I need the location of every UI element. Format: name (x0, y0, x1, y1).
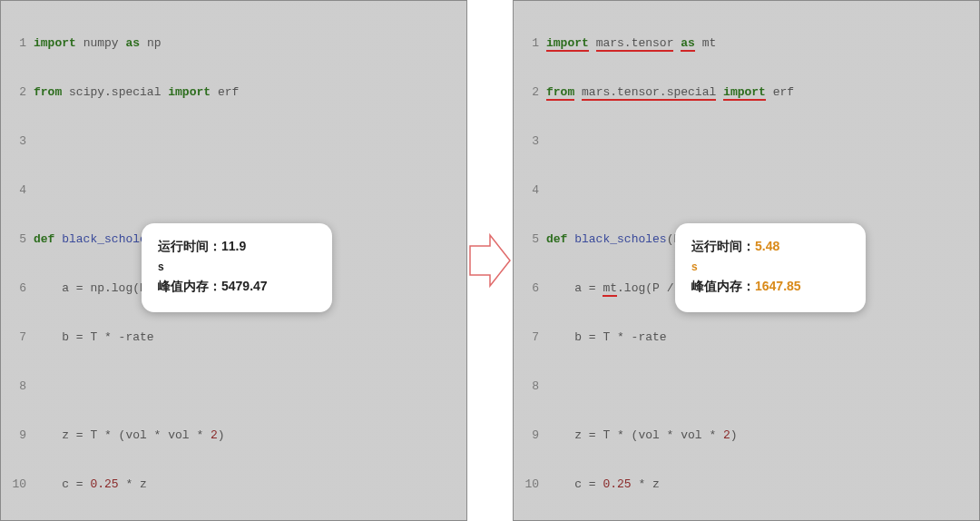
kw-import: import (34, 36, 76, 50)
comparison-container: 1import numpy as np 2from scipy.special … (0, 0, 980, 521)
left-metrics-popup: 运行时间：11.9 s 峰值内存：5479.47 (142, 223, 332, 312)
runtime-label: 运行时间： (158, 239, 221, 253)
runtime-label: 运行时间： (691, 239, 755, 253)
runtime-value: 11.9 (221, 239, 246, 253)
peak-value: 5479.47 (221, 279, 268, 293)
peak-label: 峰值内存： (691, 279, 755, 293)
peak-value: 1647.85 (755, 279, 801, 293)
svg-marker-0 (470, 235, 510, 286)
arrow-right-icon (468, 233, 512, 288)
peak-label: 峰值内存： (158, 279, 221, 293)
runtime-unit: s (691, 260, 698, 273)
runtime-value: 5.48 (755, 239, 779, 253)
right-metrics-popup: 运行时间：5.48 s 峰值内存：1647.85 (675, 223, 866, 312)
runtime-unit: s (158, 260, 164, 273)
arrow-divider (467, 0, 513, 521)
